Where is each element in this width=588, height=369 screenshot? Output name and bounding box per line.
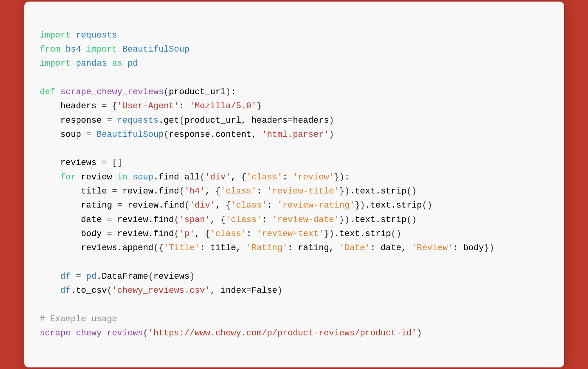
- code-block: import requests from bs4 import Beautifu…: [40, 14, 548, 355]
- code-container: import requests from bs4 import Beautifu…: [24, 2, 564, 367]
- line-1: import requests from bs4 import Beautifu…: [40, 30, 494, 338]
